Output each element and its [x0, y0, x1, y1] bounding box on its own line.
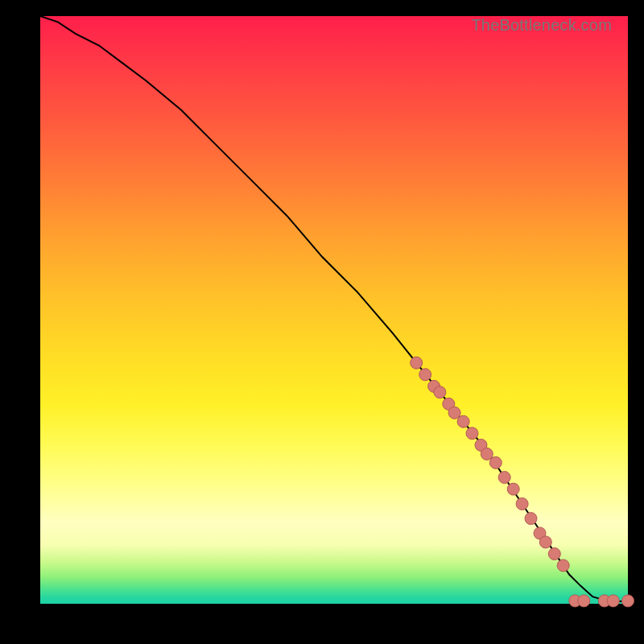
marker-dot: [622, 595, 634, 607]
curve-line: [40, 16, 628, 601]
marker-dot: [557, 559, 569, 572]
marker-dot: [434, 386, 446, 398]
chart-frame: TheBottleneck.com: [0, 0, 644, 644]
marker-dot: [411, 357, 423, 369]
marker-dot: [419, 369, 431, 381]
marker-dot: [448, 407, 460, 419]
marker-dot: [525, 513, 537, 525]
marker-dot: [548, 548, 560, 560]
marker-dot: [466, 427, 478, 440]
marker-dot: [607, 595, 619, 607]
marker-dot: [498, 472, 510, 484]
marker-dot: [507, 483, 519, 495]
marker-group: [411, 357, 634, 607]
plot-area: TheBottleneck.com: [40, 16, 628, 604]
marker-dot: [516, 497, 528, 510]
marker-dot: [489, 456, 502, 469]
marker-dot: [539, 536, 551, 548]
marker-dot: [457, 415, 469, 427]
marker-dot: [578, 595, 590, 607]
chart-svg: [40, 16, 628, 604]
marker-dot: [481, 448, 493, 460]
